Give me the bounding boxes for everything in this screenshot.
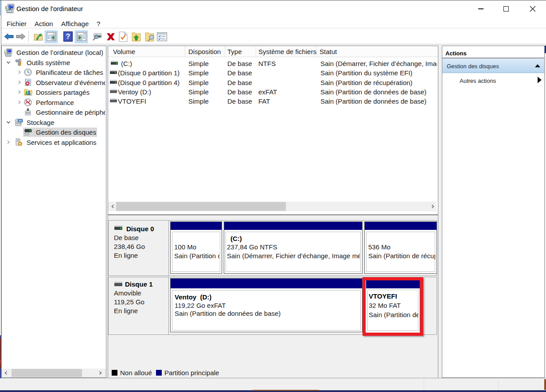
svg-text:?: ? <box>66 33 70 40</box>
